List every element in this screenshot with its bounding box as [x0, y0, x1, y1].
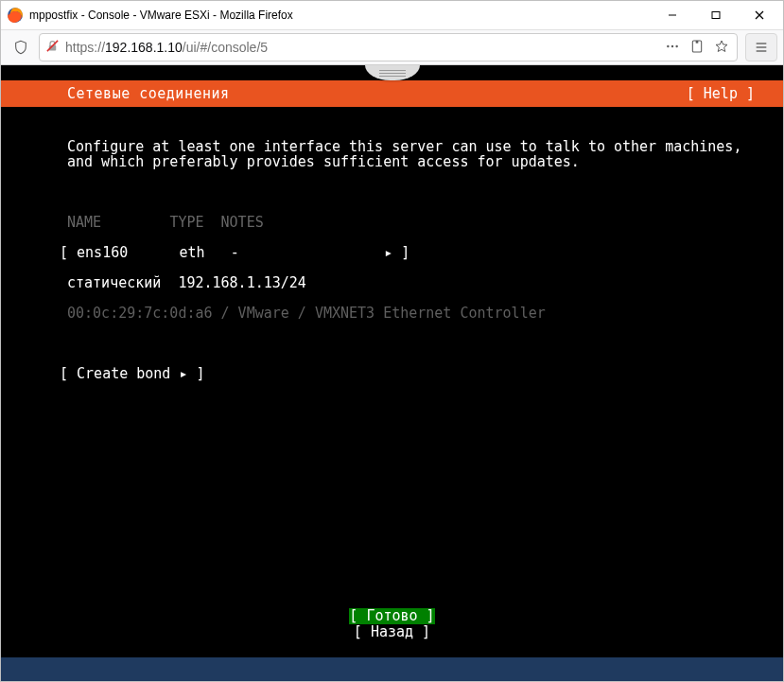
console-bottom-bar: [1, 657, 783, 682]
back-button[interactable]: [ Назад ]: [354, 624, 430, 640]
svg-point-8: [671, 44, 673, 46]
header-title: Сетевые соединения: [67, 85, 230, 102]
help-button[interactable]: [ Help ]: [687, 85, 772, 102]
interface-row[interactable]: [ ens160 eth - ▸ ]: [1, 245, 783, 260]
close-button[interactable]: [738, 1, 781, 29]
terminal-body: Configure at least one interface this se…: [1, 107, 783, 411]
column-headers: NAME TYPE NOTES: [1, 215, 783, 230]
address-bar: https://192.168.1.10/ui/#/console/5: [1, 29, 783, 65]
app-menu-button[interactable]: [745, 33, 777, 61]
footer-buttons: [ Готово ] [ Назад ]: [1, 608, 783, 640]
svg-point-9: [675, 44, 677, 46]
installer-header: Сетевые соединения [ Help ]: [1, 80, 783, 107]
url-input[interactable]: https://192.168.1.10/ui/#/console/5: [39, 33, 738, 61]
lock-warning-icon: [45, 39, 60, 56]
window-titlebar: mppostfix - Console - VMware ESXi - Mozi…: [1, 1, 783, 29]
url-text: https://192.168.1.10/ui/#/console/5: [65, 40, 659, 55]
interface-hardware: 00:0c:29:7c:0d:a6 / VMware / VMXNET3 Eth…: [1, 306, 783, 321]
minimize-button[interactable]: [651, 1, 694, 29]
done-button[interactable]: [ Готово ]: [349, 608, 434, 624]
vmware-console[interactable]: Сетевые соединения [ Help ] Configure at…: [1, 65, 783, 682]
window-title: mppostfix - Console - VMware ESXi - Mozi…: [29, 9, 293, 22]
maximize-button[interactable]: [694, 1, 738, 29]
instruction-text: Configure at least one interface this se…: [1, 139, 783, 169]
svg-rect-11: [696, 41, 699, 44]
more-icon[interactable]: [665, 39, 680, 57]
create-bond-button[interactable]: [ Create bond ▸ ]: [1, 366, 783, 381]
interface-config: статический 192.168.1.13/24: [1, 275, 783, 290]
svg-rect-2: [712, 12, 720, 19]
svg-point-7: [667, 44, 669, 46]
firefox-icon: [7, 7, 24, 24]
bookmark-star-icon[interactable]: [714, 39, 729, 57]
reader-mode-icon[interactable]: [689, 39, 705, 57]
tracking-shield-icon[interactable]: [7, 33, 35, 61]
